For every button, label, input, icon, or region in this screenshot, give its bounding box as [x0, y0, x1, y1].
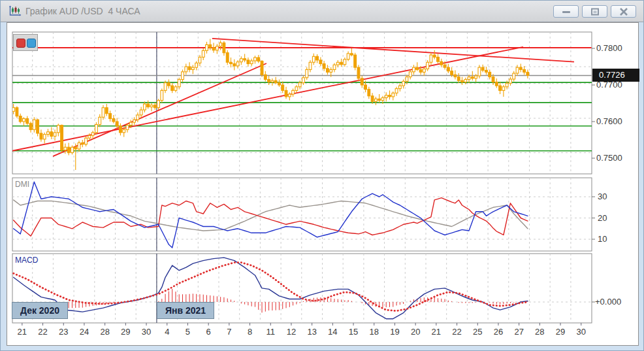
- day-axis-label: 21: [428, 327, 445, 337]
- panel-frame: [12, 254, 592, 323]
- day-axis-label: 13: [304, 327, 321, 337]
- day-axis-label: 20: [407, 327, 424, 337]
- day-axis-label: 11: [262, 327, 279, 337]
- day-axis-label: 30: [138, 327, 155, 337]
- panel-frame: [12, 178, 592, 251]
- day-axis-label: 22: [35, 327, 52, 337]
- price-tick-label: 0.7800: [596, 43, 622, 53]
- day-axis-label: 23: [55, 327, 72, 337]
- day-axis-label: 15: [345, 327, 362, 337]
- day-axis-label: 27: [511, 327, 528, 337]
- dmi-tick-label: 30: [598, 192, 607, 201]
- month-label-dec-2020: Дек 2020: [12, 302, 68, 319]
- macd-zero-label: +0.000: [595, 297, 621, 307]
- price-tick-label: 0.7600: [596, 116, 622, 126]
- day-axis-label: 28: [97, 327, 114, 337]
- price-tick-label: 0.7500: [596, 153, 622, 163]
- red-style-button[interactable]: [16, 39, 25, 48]
- day-axis-label: 29: [117, 327, 134, 337]
- macd-label: MACD: [15, 256, 38, 265]
- day-axis-label: 25: [469, 327, 486, 337]
- day-axis-label: 24: [76, 327, 93, 337]
- month-label-jan-2021: Янв 2021: [157, 302, 214, 319]
- day-axis-label: 26: [490, 327, 507, 337]
- day-axis-label: 28: [531, 327, 548, 337]
- day-axis-label: 6: [200, 327, 217, 337]
- dmi-tick-label: 10: [598, 234, 607, 244]
- day-axis-label: 19: [386, 327, 403, 337]
- day-axis-label: 5: [179, 327, 196, 337]
- day-axis-label: 30: [573, 327, 590, 337]
- day-axis-label: 12: [283, 327, 300, 337]
- dmi-label: DMI: [15, 180, 29, 189]
- day-axis-label: 29: [552, 327, 569, 337]
- current-price-tag: 0.7726: [592, 69, 639, 82]
- day-axis-label: 21: [14, 327, 31, 337]
- day-axis-label: 4: [159, 327, 176, 337]
- day-axis-label: 14: [324, 327, 341, 337]
- chart-window: График AUD /USD 4 ЧАСА DMI MACD 0.78000.…: [0, 0, 644, 351]
- blue-style-button[interactable]: [27, 39, 36, 48]
- chart-canvas[interactable]: [1, 1, 644, 351]
- day-axis-label: 7: [221, 327, 238, 337]
- dmi-tick-label: 20: [598, 213, 607, 223]
- chart-style-box: [13, 34, 38, 51]
- day-axis-label: 18: [366, 327, 383, 337]
- day-axis-label: 22: [449, 327, 466, 337]
- day-axis-label: 8: [242, 327, 259, 337]
